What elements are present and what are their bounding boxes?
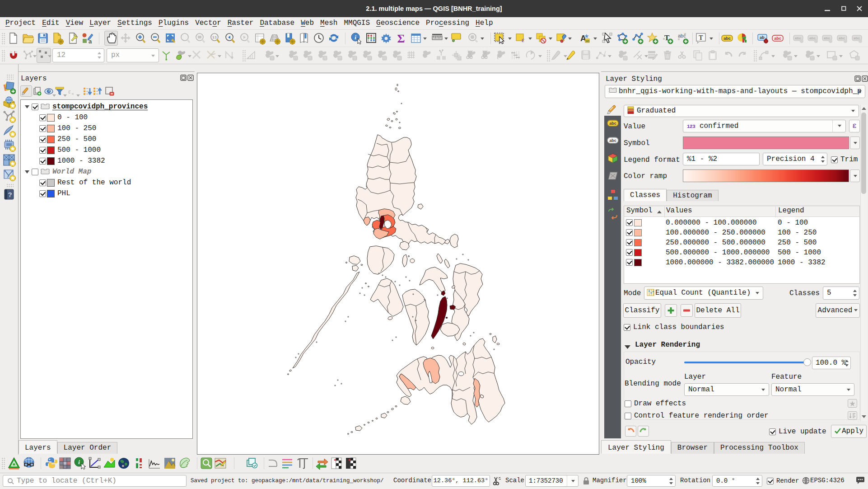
svg-text:ab: ab	[586, 39, 589, 42]
svg-text:abc: abc	[824, 36, 830, 40]
svg-text:abc: abc	[774, 36, 781, 41]
svg-text:ε: ε	[522, 36, 524, 43]
svg-text:abc: abc	[795, 36, 801, 40]
svg-text:abc: abc	[854, 36, 860, 40]
svg-text:abc: abc	[609, 138, 616, 143]
svg-text:T: T	[699, 34, 703, 41]
svg-text:i: i	[355, 34, 356, 41]
svg-text:n: n	[72, 92, 74, 96]
svg-text:abc: abc	[723, 36, 731, 41]
svg-text:Σ: Σ	[397, 32, 405, 45]
svg-text:abc: abc	[839, 36, 845, 40]
svg-text:?: ?	[8, 191, 12, 198]
svg-text:a: a	[89, 38, 92, 45]
svg-text:ab: ab	[760, 35, 765, 40]
svg-text:i: i	[78, 459, 80, 465]
svg-text:abc: abc	[609, 121, 616, 126]
svg-text:1:1: 1:1	[212, 36, 217, 39]
svg-text:abc: abc	[809, 36, 816, 40]
svg-text:ε: ε	[68, 88, 71, 95]
